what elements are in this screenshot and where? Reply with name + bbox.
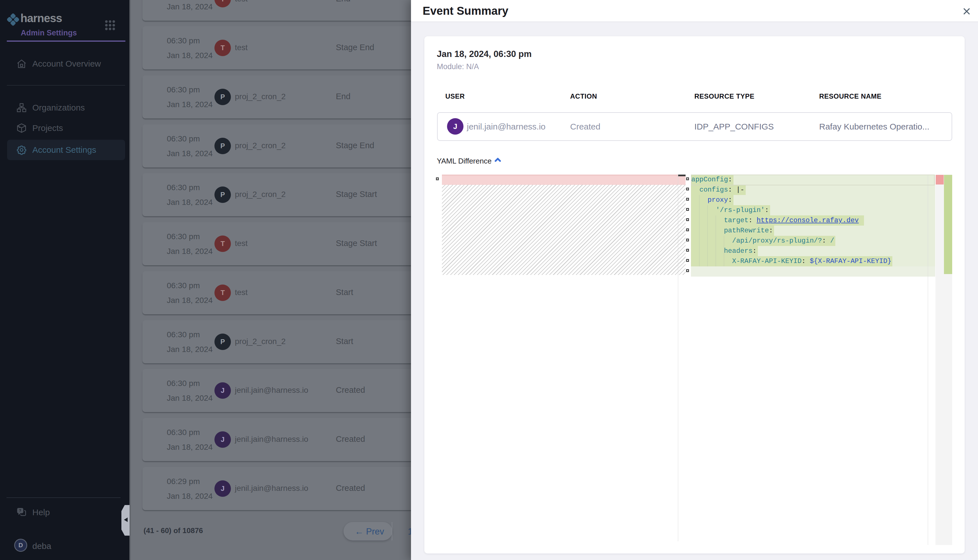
svg-text:?: ? [19,508,21,513]
